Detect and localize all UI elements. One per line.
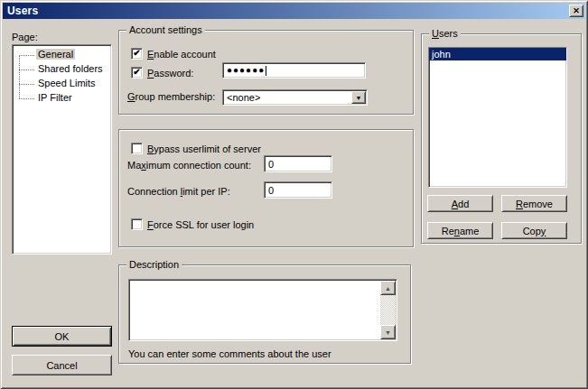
bypass-userlimit-label: Bypass userlimit of server [147, 144, 261, 154]
copy-button[interactable]: Copy [501, 222, 567, 239]
check-icon: ✔ [133, 49, 140, 58]
connection-limit-per-ip-value: 0 [268, 185, 274, 196]
add-button-label: Add [452, 199, 470, 209]
scrollbar-up-button[interactable]: ▲ [380, 281, 396, 295]
tree-item-label: General [36, 49, 75, 60]
enable-account-label: Enable account [147, 49, 216, 60]
chevron-down-icon: ▼ [356, 95, 362, 101]
password-label: Password: [147, 68, 193, 79]
password-input[interactable]: ●●●●●● [222, 62, 366, 79]
connection-limit-per-ip-label: Connection limit per IP: [127, 186, 230, 198]
max-connection-count-input[interactable]: 0 [264, 155, 332, 172]
scrollbar-down-button[interactable]: ▼ [380, 325, 396, 339]
checkbox-box [131, 143, 143, 154]
titlebar: Users ✕ [3, 3, 585, 19]
scrollbar-track[interactable] [380, 295, 396, 325]
force-ssl-checkbox[interactable]: Force SSL for user login [131, 218, 254, 231]
group-membership-label: Group membership: [127, 91, 215, 103]
description-hint: You can enter some comments about the us… [128, 348, 331, 360]
description-legend: Description [126, 259, 182, 271]
remove-button-label: Remove [516, 199, 553, 209]
users-legend: Users [429, 28, 461, 40]
users-dialog: Users ✕ Page: General Shared folders Spe… [0, 0, 588, 389]
group-membership-value: <none> [227, 92, 260, 104]
copy-button-label: Copy [523, 226, 546, 236]
list-item-john[interactable]: john [429, 48, 566, 60]
checkbox-box [131, 218, 143, 230]
check-icon: ✔ [133, 68, 140, 77]
page-label: Page: [12, 32, 38, 43]
account-settings-legend: Account settings [126, 24, 205, 36]
checkbox-box: ✔ [131, 67, 143, 79]
connection-limit-per-ip-input[interactable]: 0 [264, 181, 332, 199]
users-listbox[interactable]: john [428, 47, 567, 188]
cancel-button[interactable]: Cancel [12, 355, 112, 375]
tree-item-label: IP Filter [36, 92, 74, 103]
close-icon: ✕ [573, 7, 580, 15]
close-button[interactable]: ✕ [569, 5, 583, 17]
description-scrollbar[interactable]: ▲ ▼ [380, 281, 396, 339]
arrow-up-icon: ▲ [385, 285, 391, 292]
rename-button[interactable]: Rename [427, 222, 493, 239]
force-ssl-label: Force SSL for user login [147, 219, 254, 230]
text-caret [266, 66, 266, 76]
tree-item-ip-filter[interactable]: IP Filter [13, 91, 111, 106]
password-checkbox[interactable]: ✔ Password: [131, 66, 193, 79]
max-connection-count-value: 0 [268, 159, 274, 170]
checkbox-box: ✔ [131, 48, 143, 60]
tree-item-label: Speed Limits [36, 78, 98, 88]
group-membership-select[interactable]: <none> ▼ [222, 89, 368, 106]
enable-account-checkbox[interactable]: ✔ Enable account [131, 47, 216, 60]
tree-item-speed-limits[interactable]: Speed Limits [13, 77, 111, 91]
arrow-down-icon: ▼ [385, 329, 391, 336]
rename-button-label: Rename [442, 226, 480, 236]
window-title: Users [7, 5, 38, 17]
bypass-userlimit-checkbox[interactable]: Bypass userlimit of server [131, 142, 261, 155]
tree-item-shared-folders[interactable]: Shared folders [13, 62, 111, 77]
tree-item-general[interactable]: General [13, 48, 111, 62]
dropdown-button[interactable]: ▼ [351, 91, 366, 104]
remove-button[interactable]: Remove [501, 195, 567, 212]
add-button[interactable]: Add [427, 195, 493, 212]
max-connection-count-label: Maximum connection count: [127, 160, 251, 171]
password-masked-value: ●●●●●● [227, 66, 265, 75]
tree-item-label: Shared folders [36, 63, 105, 74]
ok-button[interactable]: OK [12, 326, 112, 347]
page-tree[interactable]: General Shared folders Speed Limits IP F… [12, 44, 112, 255]
description-textarea[interactable]: ▲ ▼ [128, 279, 397, 341]
